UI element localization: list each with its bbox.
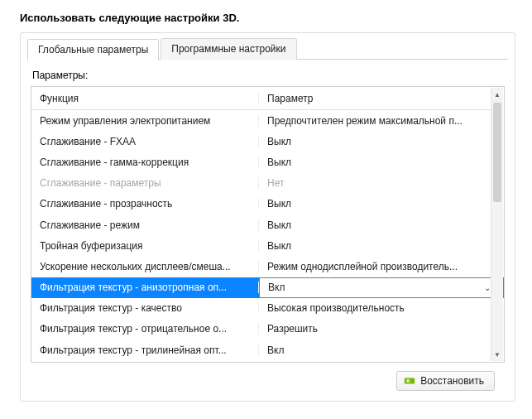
table-header: Функция Параметр xyxy=(31,87,504,110)
table-row[interactable]: Фильтрация текстур - отрицательное о...Р… xyxy=(31,319,504,340)
table-body: Режим управления электропитаниемПредпочт… xyxy=(31,110,504,360)
table-row[interactable]: Тройная буферизацияВыкл xyxy=(31,235,504,256)
restore-button[interactable]: Восстановить xyxy=(396,371,495,391)
tab-program[interactable]: Программные настройки xyxy=(161,38,296,60)
table-row[interactable]: Сглаживание - параметрыНет xyxy=(31,173,504,194)
settings-table: Функция Параметр Режим управления электр… xyxy=(31,86,505,363)
setting-value: Вкл xyxy=(259,344,504,356)
setting-name: Тройная буферизация xyxy=(31,240,259,252)
table-row[interactable]: Фильтрация текстур - трилинейная опт...В… xyxy=(31,340,504,360)
table-row[interactable]: Сглаживание - режимВыкл xyxy=(31,214,504,235)
table-row[interactable]: Режим управления электропитаниемПредпочт… xyxy=(31,110,504,131)
restore-button-label: Восстановить xyxy=(420,375,484,387)
setting-value: Высокая производительность xyxy=(259,302,504,314)
setting-value: Выкл xyxy=(259,219,504,231)
table-row[interactable]: Сглаживание - гамма-коррекцияВыкл xyxy=(31,152,504,172)
setting-value: Выкл xyxy=(259,240,504,252)
setting-name: Сглаживание - режим xyxy=(31,219,259,231)
parameters-label: Параметры: xyxy=(32,70,505,81)
setting-value: Нет xyxy=(259,177,504,189)
setting-value: Выкл xyxy=(259,136,504,147)
setting-name: Сглаживание - FXAA xyxy=(31,136,259,147)
table-row[interactable]: Фильтрация текстур - качествоВысокая про… xyxy=(31,298,504,319)
column-function[interactable]: Функция xyxy=(31,93,259,104)
footer: Восстановить xyxy=(31,363,505,391)
scroll-down-button[interactable]: ▼ xyxy=(491,348,503,361)
column-parameter[interactable]: Параметр xyxy=(259,93,504,104)
tab-content: Параметры: Функция Параметр Режим управл… xyxy=(21,60,515,399)
table-row[interactable]: Сглаживание - прозрачностьВыкл xyxy=(31,194,504,214)
table-row[interactable]: Сглаживание - FXAAВыкл xyxy=(31,131,504,152)
setting-value: Выкл xyxy=(259,198,504,210)
table-row[interactable]: Ускорение нескольких дисплеев/смеша...Ре… xyxy=(31,256,504,277)
tab-bar: Глобальные параметры Программные настрой… xyxy=(21,33,515,60)
setting-name: Сглаживание - прозрачность xyxy=(31,198,259,210)
scroll-up-button[interactable]: ▲ xyxy=(491,88,503,101)
setting-name: Фильтрация текстур - трилинейная опт... xyxy=(31,344,259,356)
setting-name: Сглаживание - параметры xyxy=(31,177,259,189)
setting-name: Режим управления электропитанием xyxy=(31,115,259,127)
scroll-thumb[interactable] xyxy=(493,103,501,202)
setting-value-text: Вкл xyxy=(268,282,285,293)
setting-name: Сглаживание - гамма-коррекция xyxy=(31,157,259,168)
setting-value: Выкл xyxy=(259,157,504,168)
setting-name: Фильтрация текстур - отрицательное о... xyxy=(31,323,259,335)
tab-global[interactable]: Глобальные параметры xyxy=(27,39,159,60)
setting-value: Разрешить xyxy=(259,323,504,335)
settings-panel: Глобальные параметры Программные настрой… xyxy=(20,32,515,402)
setting-name: Ускорение нескольких дисплеев/смеша... xyxy=(31,261,259,272)
setting-value-dropdown[interactable]: Вкл⌄ xyxy=(259,277,504,298)
setting-name: Фильтрация текстур - качество xyxy=(31,302,259,314)
page-title: Использовать следующие настройки 3D. xyxy=(0,0,532,32)
setting-value: Режим однодисплейной производитель... xyxy=(259,261,504,272)
setting-value: Предпочтителен режим максимальной п... xyxy=(259,115,504,127)
vertical-scrollbar[interactable]: ▲ ▼ xyxy=(491,88,503,361)
setting-name: Фильтрация текстур - анизотропная оп... xyxy=(31,282,259,293)
table-row[interactable]: Фильтрация текстур - анизотропная оп...В… xyxy=(31,277,504,298)
svg-point-2 xyxy=(408,380,410,382)
nvidia-icon xyxy=(404,375,415,387)
